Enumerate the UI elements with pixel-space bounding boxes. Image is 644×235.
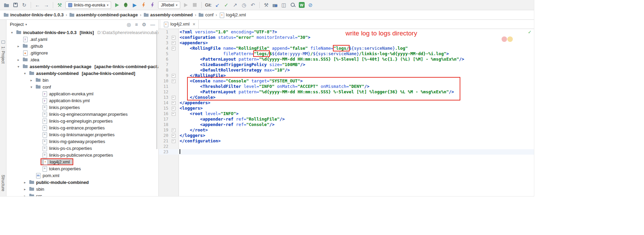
tree-row[interactable]: y.asf.yaml (6, 36, 158, 43)
code-line[interactable]: 18 <appender-ref ref="Console"/> (159, 122, 534, 127)
code-line[interactable]: 4 <RollingFile name="RollingFile" append… (159, 46, 534, 51)
code-line[interactable]: 10 <Console name="Console" target="SYSTE… (159, 78, 534, 84)
jrebel-combo[interactable]: JRebel▾ (158, 1, 180, 9)
inspections-ok-icon[interactable]: ✓ (528, 29, 531, 35)
tree-row[interactable]: ≡linkis-cg-linkismanager.properties (6, 131, 158, 138)
chevron-right-icon[interactable]: ▸ (16, 44, 21, 48)
tree-row[interactable]: ▸.github (6, 43, 158, 49)
tree-row[interactable]: ≡linkis.properties (6, 104, 158, 111)
open-folder-icon[interactable] (271, 1, 279, 9)
project-panel-title[interactable]: Project (10, 22, 24, 27)
stop-disabled-icon[interactable] (191, 1, 199, 9)
run-configurations-combo[interactable]: linkis-mg-eureka▾ (65, 1, 111, 9)
tree-row[interactable]: ▾assembly-combined[apache-linkis-combine… (6, 70, 158, 77)
tree-row[interactable]: ▾assembly-combined-package[apache-linkis… (6, 63, 158, 70)
chevron-down-icon[interactable]: ▾ (29, 85, 34, 89)
code-line[interactable]: 20</loggers> (159, 133, 534, 138)
tree-row[interactable]: ▸public-module-combined (6, 179, 158, 186)
locate-file-icon[interactable]: ◎ (127, 22, 131, 27)
synchronize-icon[interactable]: ↻ (20, 1, 28, 9)
tree-row[interactable]: ≡linkis-ps-cs.properties (6, 145, 158, 152)
chevron-down-icon[interactable]: ▾ (16, 65, 21, 68)
code-line[interactable]: 11 <ThresholdFilter level="INFO" onMatch… (159, 84, 534, 89)
fold-marker[interactable] (172, 111, 175, 116)
code-line[interactable]: 7 <SizeBasedTriggeringPolicy size="100MB… (159, 62, 534, 67)
fold-marker[interactable] (172, 73, 175, 78)
tree-row[interactable]: ≡token.properties (6, 165, 158, 172)
code-line[interactable]: 3<appenders> (159, 40, 534, 46)
fold-marker[interactable] (172, 78, 175, 84)
tree-row[interactable]: ▸sbin (6, 186, 158, 192)
jrebel-debug-icon[interactable] (148, 1, 156, 9)
tool-button-structure[interactable]: Structure (1, 175, 5, 191)
code-line[interactable]: 5 filePattern="logs/$${date:yyyy-MM}/${s… (159, 51, 534, 57)
debug-button[interactable] (122, 1, 130, 9)
build-project-icon[interactable]: ⚒ (56, 1, 64, 9)
code-line[interactable]: 9 </RollingFile> (159, 73, 534, 78)
tree-row[interactable]: yapplication-linkis.yml (6, 97, 158, 104)
hide-panel-icon[interactable]: ― (150, 22, 155, 27)
tree-row[interactable]: xlog4j2.xml (6, 158, 158, 165)
run-button[interactable] (113, 1, 121, 9)
run-disabled-icon[interactable] (182, 1, 190, 9)
fold-marker[interactable] (172, 133, 175, 138)
code-line[interactable]: 23 (159, 149, 534, 155)
editor[interactable]: 1<?xml version="1.0" encoding="UTF-8"?>2… (159, 29, 534, 197)
tree-row[interactable]: yapplication-eureka.yml (6, 90, 158, 97)
code-line[interactable]: 17 <appender-ref ref="RollingFile"/> (159, 116, 534, 122)
tree-row[interactable]: ≡linkis-cg-entrance.properties (6, 124, 158, 131)
search-everywhere-icon[interactable] (289, 1, 297, 9)
tree-row[interactable]: ≡linkis-cg-engineconnmanager.properties (6, 111, 158, 118)
fold-marker[interactable] (172, 106, 175, 111)
tree-row[interactable]: ▸bin (6, 77, 158, 83)
forward-icon[interactable]: → (42, 1, 50, 9)
chevron-down-icon[interactable]: ▾ (22, 72, 28, 75)
open-project-icon[interactable] (2, 1, 11, 9)
code-line[interactable]: 16 <root level="INFO"> (159, 111, 534, 116)
blocked-icon[interactable]: ⊘ (306, 1, 315, 9)
tree-row[interactable]: ≡linkis-cg-engineplugin.properties (6, 118, 158, 124)
fold-marker[interactable] (172, 95, 175, 100)
fold-marker[interactable] (172, 40, 175, 46)
git-history-icon[interactable]: ◷ (240, 1, 248, 9)
code-line[interactable]: 6 <PatternLayout pattern="%d{yyyy-MM-dd … (159, 57, 534, 62)
chevron-down-icon[interactable]: ▾ (25, 23, 27, 26)
chevron-right-icon[interactable]: ▸ (16, 58, 21, 62)
code-line[interactable]: 19 </root> (159, 127, 534, 133)
breadcrumb-item[interactable]: assembly-combined-package (68, 12, 138, 18)
code-line[interactable]: 14</appenders> (159, 100, 534, 106)
jrebel-run-icon[interactable] (139, 1, 148, 9)
project-scrollbar[interactable] (156, 30, 157, 149)
fold-marker[interactable] (172, 127, 175, 133)
tools-icon[interactable]: ⚒ (262, 1, 270, 9)
code-line[interactable]: 22 (159, 144, 534, 149)
w-plugin-icon[interactable]: W (297, 1, 306, 9)
save-all-icon[interactable] (11, 1, 19, 9)
tree-row[interactable]: ▸src (6, 192, 158, 197)
close-icon[interactable]: × (193, 21, 195, 27)
fold-marker[interactable] (172, 35, 175, 40)
fold-marker[interactable] (172, 138, 175, 144)
breadcrumb-item[interactable]: assembly-combined (143, 12, 194, 18)
layout-icon[interactable]: ◫ (280, 1, 288, 9)
breadcrumb-item[interactable]: conf (198, 12, 214, 18)
gear-icon[interactable]: ⚙ (142, 22, 146, 27)
filter-icon[interactable]: ≡ (135, 22, 138, 27)
tree-row[interactable]: ▾incubator-linkis-dev-1.0.3[linkis]D:\Da… (6, 29, 158, 36)
run-coverage-icon[interactable]: ▶ (131, 1, 139, 9)
tree-row[interactable]: ≡linkis-mg-gateway.properties (6, 138, 158, 145)
tree-row[interactable]: ▸.idea (6, 56, 158, 63)
back-icon[interactable]: ← (33, 1, 42, 9)
git-rollback-icon[interactable]: ↶ (249, 1, 257, 9)
tree-row[interactable]: ≡linkis-ps-publicservice.properties (6, 152, 158, 158)
tool-button-project[interactable]: 1: Project (1, 46, 5, 64)
chevron-down-icon[interactable]: ▾ (9, 31, 15, 34)
git-commit-icon[interactable]: ✓ (222, 1, 230, 9)
code-line[interactable]: 21</configuration> (159, 138, 534, 144)
chevron-right-icon[interactable]: ▸ (29, 78, 34, 82)
editor-tab-log4j2[interactable]: x log4j2.xml × (160, 20, 199, 29)
code-line[interactable]: 8 <DefaultRolloverStrategy max="10"/> (159, 67, 534, 73)
chevron-right-icon[interactable]: ▸ (22, 194, 28, 197)
code-line[interactable]: 12 <PatternLayout pattern="%d{yyyy-MM-dd… (159, 89, 534, 95)
fold-marker[interactable] (172, 100, 175, 106)
